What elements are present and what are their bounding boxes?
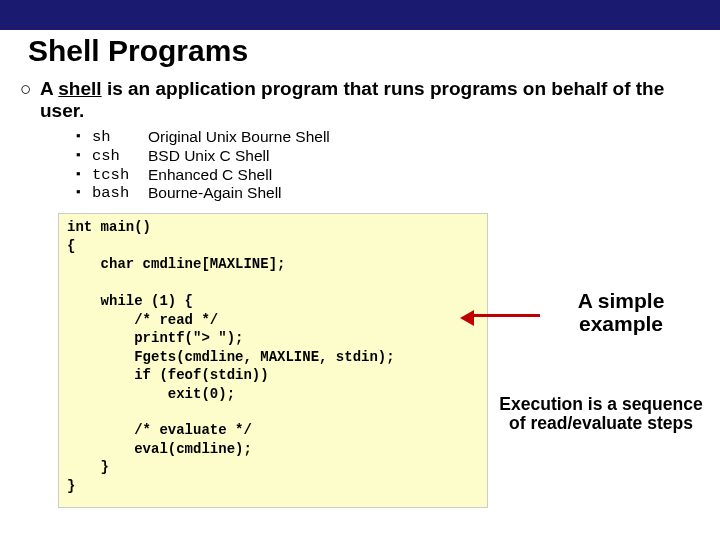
intro-text: A shell is an application program that r… [40, 78, 710, 122]
bullet-marker: ○ [20, 78, 40, 100]
annotation-simple-example: A simple example [546, 290, 696, 335]
list-item: ▪ tcsh Enhanced C Shell [76, 166, 710, 185]
code-block: int main() { char cmdline[MAXLINE]; whil… [58, 213, 488, 508]
slide-top-bar [0, 0, 720, 30]
shell-cmd: bash [92, 184, 148, 203]
bullet-square-icon: ▪ [76, 166, 92, 182]
shell-cmd: csh [92, 147, 148, 166]
shell-list: ▪ sh Original Unix Bourne Shell ▪ csh BS… [76, 128, 710, 204]
shell-desc: Enhanced C Shell [148, 166, 272, 185]
intro-emph: shell [58, 78, 101, 99]
bullet-square-icon: ▪ [76, 128, 92, 144]
list-item: ▪ sh Original Unix Bourne Shell [76, 128, 710, 147]
bullet-square-icon: ▪ [76, 147, 92, 163]
arrow-left-icon [470, 314, 540, 317]
bullet-square-icon: ▪ [76, 184, 92, 200]
intro-bullet: ○ A shell is an application program that… [20, 78, 710, 122]
slide-title: Shell Programs [28, 34, 720, 68]
shell-desc: Bourne-Again Shell [148, 184, 282, 203]
annotation-execution: Execution is a sequence of read/evaluate… [492, 395, 710, 434]
list-item: ▪ bash Bourne-Again Shell [76, 184, 710, 203]
shell-cmd: tcsh [92, 166, 148, 185]
intro-pre: A [40, 78, 58, 99]
shell-desc: Original Unix Bourne Shell [148, 128, 330, 147]
shell-cmd: sh [92, 128, 148, 147]
shell-desc: BSD Unix C Shell [148, 147, 269, 166]
list-item: ▪ csh BSD Unix C Shell [76, 147, 710, 166]
intro-post: is an application program that runs prog… [40, 78, 664, 121]
